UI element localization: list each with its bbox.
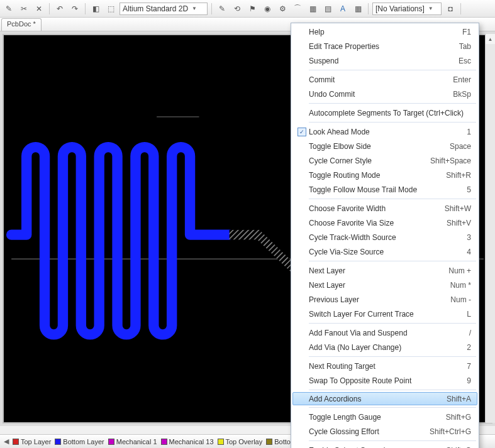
layer-status-item[interactable]: Top Overlay bbox=[218, 438, 263, 445]
chevron-down-icon: ▼ bbox=[192, 6, 197, 11]
document-tab-label: PcbDoc * bbox=[7, 20, 36, 28]
menu-separator bbox=[309, 407, 476, 408]
view-mode-combo[interactable]: Altium Standard 2D ▼ bbox=[120, 3, 208, 15]
menu-item-shortcut: Enter bbox=[448, 75, 471, 84]
menu-item-shortcut: 7 bbox=[462, 362, 471, 371]
menu-item[interactable]: CommitEnter bbox=[292, 72, 477, 87]
separator bbox=[368, 3, 369, 14]
layer-label: Bottom Layer bbox=[63, 438, 104, 445]
menu-item[interactable]: Toggle Length GaugeShift+G bbox=[292, 410, 477, 424]
menu-item-label: Cycle Track-Width Source bbox=[309, 233, 462, 242]
menu-item-shortcut: Shift+G bbox=[441, 413, 471, 422]
grid-icon[interactable]: ▦ bbox=[352, 3, 364, 15]
menu-item[interactable]: Next LayerNum * bbox=[292, 278, 477, 292]
tool-icon[interactable]: ✂ bbox=[18, 3, 30, 15]
menu-item[interactable]: Switch Layer For Current TraceL bbox=[292, 307, 477, 321]
menu-item-shortcut: 1 bbox=[462, 128, 471, 136]
menu-separator bbox=[309, 122, 476, 123]
menu-item-label: Edit Trace Properties bbox=[309, 42, 454, 51]
menu-item-shortcut: 9 bbox=[462, 376, 471, 385]
menu-item[interactable]: Cycle Corner StyleShift+Space bbox=[292, 153, 477, 168]
menu-item[interactable]: Edit Trace PropertiesTab bbox=[292, 39, 477, 53]
menu-item[interactable]: Enable Subnet SwappingShift+C bbox=[292, 443, 477, 448]
routing-context-menu: HelpF1Edit Trace PropertiesTabSuspendEsc… bbox=[291, 23, 479, 448]
menu-item-label: Next Layer bbox=[309, 281, 445, 290]
svg-rect-4 bbox=[230, 230, 260, 239]
menu-item-label: Look Ahead Mode bbox=[309, 128, 462, 136]
layer-status-item[interactable]: Top Layer bbox=[13, 438, 51, 445]
menu-item[interactable]: Toggle Follow Mouse Trail Mode5 bbox=[292, 182, 477, 197]
undo-icon[interactable]: ↶ bbox=[53, 3, 66, 15]
tool-icon[interactable]: ⚙ bbox=[276, 3, 289, 15]
menu-item-shortcut: Num - bbox=[445, 295, 471, 304]
menu-item[interactable]: Choose Favorite Via SizeShift+V bbox=[292, 216, 477, 230]
menu-item[interactable]: Previous LayerNum - bbox=[292, 292, 477, 307]
layer-status-item[interactable]: Bottom Layer bbox=[55, 438, 104, 445]
tool-icon[interactable]: ⚑ bbox=[246, 3, 259, 15]
tool-icon[interactable]: ⌒ bbox=[291, 3, 304, 15]
check-icon: ✓ bbox=[298, 128, 306, 136]
menu-item[interactable]: Autocomplete Segments To Target (Ctrl+Cl… bbox=[292, 106, 477, 120]
tool-icon[interactable]: ⬚ bbox=[104, 3, 117, 15]
menu-item-label: Help bbox=[309, 28, 457, 36]
tool-icon[interactable]: ✎ bbox=[3, 3, 15, 15]
layer-label: Mechanical 1 bbox=[116, 438, 157, 445]
document-tab[interactable]: PcbDoc * bbox=[1, 18, 42, 31]
tool-icon[interactable]: ◧ bbox=[89, 3, 102, 15]
tool-icon[interactable]: ▦ bbox=[306, 3, 319, 15]
scroll-up-icon[interactable]: ▲ bbox=[486, 34, 495, 44]
menu-item[interactable]: Add AccordionsShift+A bbox=[292, 392, 477, 405]
tool-icon[interactable]: ◉ bbox=[261, 3, 274, 15]
separator bbox=[211, 3, 212, 14]
menu-item-shortcut: 5 bbox=[462, 185, 471, 194]
menu-item[interactable]: Toggle Routing ModeShift+R bbox=[292, 168, 477, 182]
layer-color-swatch bbox=[13, 439, 19, 445]
tool-icon[interactable]: ◘ bbox=[444, 3, 457, 15]
tool-icon[interactable]: ▤ bbox=[321, 3, 334, 15]
menu-item[interactable]: Add Fanout Via and Suspend/ bbox=[292, 325, 477, 340]
menu-item-shortcut: Space bbox=[445, 142, 471, 151]
menu-item[interactable]: HelpF1 bbox=[292, 25, 477, 39]
menu-item-label: Undo Commit bbox=[309, 90, 448, 99]
menu-item-shortcut: Num * bbox=[445, 281, 471, 290]
menu-item[interactable]: SuspendEsc bbox=[292, 53, 477, 68]
redo-icon[interactable]: ↷ bbox=[69, 3, 81, 15]
layer-status-item[interactable]: Mechanical 13 bbox=[161, 438, 214, 445]
menu-item-label: Add Fanout Via and Suspend bbox=[309, 329, 464, 337]
menu-item-shortcut: Shift+Ctrl+G bbox=[425, 427, 471, 436]
menu-item[interactable]: Cycle Track-Width Source3 bbox=[292, 230, 477, 244]
menu-item[interactable]: Cycle Via-Size Source4 bbox=[292, 244, 477, 259]
tool-icon[interactable]: ✎ bbox=[216, 3, 228, 15]
menu-separator bbox=[309, 440, 476, 441]
menu-item[interactable]: ✓Look Ahead Mode1 bbox=[292, 124, 477, 139]
layer-color-swatch bbox=[266, 439, 272, 445]
tool-icon[interactable]: ✕ bbox=[33, 3, 45, 15]
menu-item[interactable]: Next Routing Target7 bbox=[292, 359, 477, 373]
vertical-scrollbar[interactable]: ▲ bbox=[485, 34, 495, 423]
menu-separator bbox=[309, 70, 476, 70]
menu-item-shortcut: Esc bbox=[453, 57, 471, 65]
menu-item[interactable]: Next LayerNum + bbox=[292, 263, 477, 278]
menu-item[interactable]: Cycle Glossing EffortShift+Ctrl+G bbox=[292, 424, 477, 439]
menu-item-shortcut: Num + bbox=[443, 266, 471, 275]
menu-item-shortcut: Shift+A bbox=[442, 395, 471, 403]
menu-separator bbox=[309, 199, 476, 199]
text-tool-icon[interactable]: A bbox=[336, 3, 349, 15]
menu-item-label: Suspend bbox=[309, 57, 453, 65]
menu-item-shortcut: Shift+W bbox=[440, 204, 471, 213]
variations-combo[interactable]: [No Variations] ▼ bbox=[372, 3, 442, 15]
layer-color-swatch bbox=[55, 439, 61, 445]
menu-item[interactable]: Add Via (No Layer Change)2 bbox=[292, 340, 477, 354]
menu-item[interactable]: Toggle Elbow SideSpace bbox=[292, 139, 477, 153]
menu-item[interactable]: Choose Favorite WidthShift+W bbox=[292, 201, 477, 216]
menu-item-label: Autocomplete Segments To Target (Ctrl+Cl… bbox=[309, 109, 471, 117]
menu-item[interactable]: Undo CommitBkSp bbox=[292, 87, 477, 101]
menu-item-shortcut: 2 bbox=[462, 343, 471, 352]
tool-icon[interactable]: ⟲ bbox=[231, 3, 243, 15]
menu-item[interactable]: Swap To Opposite Route Point9 bbox=[292, 373, 477, 388]
menu-item-label: Cycle Glossing Effort bbox=[309, 427, 425, 436]
menu-item-label: Enable Subnet Swapping bbox=[309, 446, 441, 449]
layer-label: Top Overlay bbox=[226, 438, 263, 445]
menu-item-label: Swap To Opposite Route Point bbox=[309, 376, 462, 385]
layer-status-item[interactable]: Mechanical 1 bbox=[108, 438, 157, 445]
